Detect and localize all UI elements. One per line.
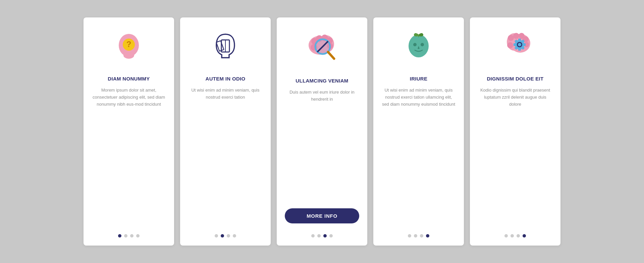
- card-4-icon: [398, 28, 439, 68]
- svg-point-1: [123, 52, 134, 59]
- dot-3-2: [317, 234, 321, 238]
- dot-1-3: [130, 234, 133, 238]
- dot-5-3: [517, 234, 520, 238]
- more-info-button[interactable]: MORE INFO: [285, 208, 359, 223]
- svg-line-18: [328, 52, 334, 59]
- card-5: DIGNISSIM DOLOE EIT Kodio dignissim qui …: [470, 17, 560, 246]
- dot-3-3: [323, 234, 327, 238]
- card-4: IRIURE Ut wisi enim ad minim veniam, qui…: [373, 17, 464, 246]
- svg-point-26: [513, 33, 519, 39]
- card-3-title: ULLAMCING VENIAM: [296, 78, 348, 84]
- card-5-title: DIGNISSIM DOLOE EIT: [487, 76, 543, 82]
- dot-1-4: [136, 234, 140, 238]
- svg-rect-37: [518, 48, 521, 51]
- dot-3-4: [329, 234, 333, 238]
- dot-2-3: [227, 234, 230, 238]
- dot-5-4: [523, 234, 526, 238]
- dot-4-3: [420, 234, 423, 238]
- card-4-dots: [408, 234, 429, 238]
- dot-4-1: [408, 234, 411, 238]
- card-1-text: Morem ipsum dolor sit amet, consectetuer…: [92, 87, 166, 226]
- dot-1-2: [124, 234, 127, 238]
- svg-point-30: [507, 42, 513, 48]
- svg-rect-35: [523, 43, 526, 46]
- svg-rect-33: [518, 39, 521, 41]
- svg-point-41: [518, 43, 521, 46]
- card-4-text: Ut wisi enim ad minim veniam, quis nostr…: [381, 87, 456, 226]
- dot-2-4: [233, 234, 236, 238]
- svg-point-20: [413, 43, 417, 46]
- dot-4-2: [414, 234, 417, 238]
- card-3-dots: [311, 234, 333, 238]
- dot-1-1: [118, 234, 121, 238]
- svg-rect-39: [514, 43, 516, 46]
- card-1-dots: [118, 234, 140, 238]
- card-2-text: Ut wisi enim ad minim veniam, quis nostr…: [188, 87, 263, 226]
- card-5-dots: [504, 234, 526, 238]
- svg-text:?: ?: [126, 40, 131, 49]
- dot-5-2: [511, 234, 514, 238]
- svg-point-25: [508, 35, 514, 41]
- card-2-dots: [215, 234, 236, 238]
- card-5-text: Kodio dignissim qui blandit praesent lup…: [478, 87, 552, 226]
- dot-2-2: [221, 234, 224, 238]
- card-2-title: AUTEM IN ODIO: [206, 76, 246, 82]
- svg-point-21: [421, 43, 424, 46]
- card-3: ULLAMCING VENIAM Duis autem vel eum iriu…: [277, 17, 367, 246]
- card-3-icon: [302, 30, 342, 70]
- card-1: ? DIAM NONUMMY Morem ipsum dolor sit ame…: [84, 17, 174, 246]
- dot-2-1: [215, 234, 218, 238]
- card-5-icon: [495, 28, 535, 68]
- cards-container: ? DIAM NONUMMY Morem ipsum dolor sit ame…: [70, 4, 574, 259]
- card-2-icon: [205, 28, 246, 68]
- card-2: AUTEM IN ODIO Ut wisi enim ad minim veni…: [180, 17, 271, 246]
- dot-4-4: [426, 234, 429, 238]
- card-1-icon: ?: [109, 28, 149, 68]
- card-3-text: Duis autem vel eum iriure dolor in hendr…: [285, 89, 359, 202]
- dot-3-1: [311, 234, 315, 238]
- dot-5-1: [504, 234, 508, 238]
- card-4-title: IRIURE: [410, 76, 428, 82]
- card-1-title: DIAM NONUMMY: [108, 76, 150, 82]
